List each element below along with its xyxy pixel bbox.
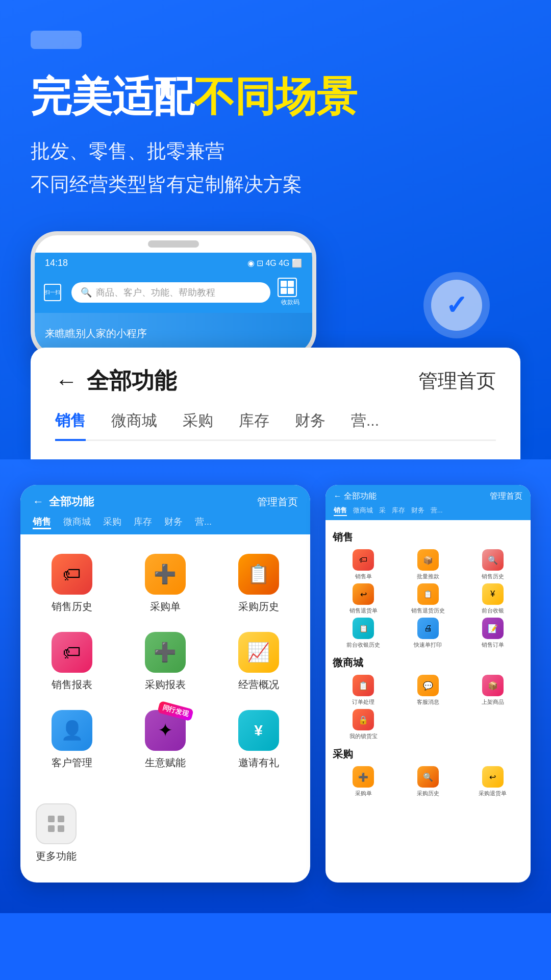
- svg-rect-3: [58, 825, 64, 832]
- mini-saleshistory-icon: 🔍: [482, 549, 504, 571]
- mini-quickprint-icon: 🖨: [417, 618, 439, 639]
- svg-rect-0: [48, 816, 55, 822]
- purchase-history-icon: 📋: [238, 554, 279, 595]
- mini-purorder-icon: ➕: [353, 766, 374, 788]
- main-title: 完美适配不同场景: [31, 75, 520, 119]
- scan-icon: 扫一扫: [44, 284, 64, 301]
- mini-orders-label: 订单处理: [352, 698, 374, 706]
- check-circle: ✓: [423, 272, 490, 338]
- screenshot-right: ← 全部功能 管理首页 销售 微商城 采 库存 财务 营... 销售 🏷 销售单: [325, 485, 531, 883]
- mini-cashier-icon: ¥: [482, 583, 504, 605]
- list-item: 🔍 销售历史: [462, 549, 523, 580]
- scr-right-tab-marketing: 营...: [431, 506, 443, 516]
- list-item: ¥ 前台收银: [462, 583, 523, 615]
- phone-search-bar: 扫一扫 🔍 商品、客户、功能、帮助教程 收款码: [35, 272, 312, 313]
- qr-icon: 收款码: [278, 278, 303, 307]
- banner-text: 来瞧瞧别人家的小程序: [45, 327, 147, 340]
- panel-manage-link[interactable]: 管理首页: [418, 368, 496, 394]
- purchase-report-icon: ➕: [145, 632, 186, 673]
- mini-lockstock-icon: 🔒: [353, 709, 374, 730]
- scr-left-back: ← 全部功能: [33, 494, 94, 509]
- tab-finance[interactable]: 财务: [295, 410, 325, 431]
- scr-right-tabs: 销售 微商城 采 库存 财务 营...: [334, 506, 522, 520]
- scr-left-manage: 管理首页: [257, 495, 298, 509]
- tab-purchase[interactable]: 采购: [183, 410, 213, 431]
- mini-service-icon: 💬: [417, 675, 439, 696]
- svg-rect-2: [48, 825, 55, 832]
- phone-status-bar: 14:18 ◉ ⊡ 4G 4G ⬜: [35, 253, 312, 272]
- scr-left-title: 全部功能: [49, 494, 94, 509]
- bottom-section: ← 全部功能 管理首页 销售 微商城 采购 库存 财务 营... 🏷 销售历史: [0, 459, 551, 913]
- list-item: 📋 销售退货历史: [397, 583, 459, 615]
- tab-inventory[interactable]: 库存: [239, 410, 269, 431]
- customer-mgmt-label: 客户管理: [52, 756, 92, 770]
- list-item: 💬 客服消息: [397, 675, 459, 706]
- mini-sales-icon: 🏷: [353, 549, 374, 571]
- list-item[interactable]: 📈 经营概况: [212, 623, 305, 701]
- status-icons: ◉ ⊡ 4G 4G ⬜: [247, 258, 302, 268]
- sales-report-icon: 🏷: [52, 632, 92, 673]
- tab-sales[interactable]: 销售: [55, 410, 86, 441]
- subtitle-line1: 批发、零售、批零兼营: [31, 135, 520, 168]
- title-white: 完美适配: [31, 74, 194, 119]
- list-item[interactable]: ➕ 采购报表: [119, 623, 212, 701]
- mini-salesorder-icon: 📝: [482, 618, 504, 639]
- list-item: 📦 批量推款: [397, 549, 459, 580]
- business-empower-label: 生意赋能: [145, 756, 186, 770]
- scr-right-back: ← 全部功能: [334, 491, 377, 502]
- mini-purhist-label: 采购历史: [417, 790, 439, 797]
- list-item[interactable]: ✦ 同行发现 生意赋能: [119, 701, 212, 779]
- section-title-sales: 销售: [333, 530, 523, 544]
- mini-salesreturn-label: 销售退货单: [349, 607, 378, 615]
- phone-mockup: 14:18 ◉ ⊡ 4G 4G ⬜ 扫一扫 🔍 商品、客户、功能、帮助教程: [31, 231, 316, 358]
- mini-purorder-label: 采购单: [355, 790, 372, 797]
- icon-grid: 🏷 销售历史 ➕ 采购单 📋 采购历史 🏷 销售报表 ➕ 采购报表 📈: [20, 534, 310, 789]
- mini-saleshistory-label: 销售历史: [482, 573, 504, 580]
- screenshot-left: ← 全部功能 管理首页 销售 微商城 采购 库存 财务 营... 🏷 销售历史: [20, 485, 310, 883]
- back-arrow-icon: ←: [55, 369, 78, 394]
- invite-gift-icon: ¥: [238, 710, 279, 751]
- svg-rect-1: [58, 816, 64, 822]
- list-item: 📋 订单处理: [333, 675, 394, 706]
- scr-tab-finance: 财务: [164, 516, 183, 529]
- scr-left-header: ← 全部功能 管理首页 销售 微商城 采购 库存 财务 营...: [20, 485, 310, 534]
- panel-back-button[interactable]: ← 全部功能: [55, 366, 177, 396]
- business-overview-icon: 📈: [238, 632, 279, 673]
- list-item[interactable]: 🏷 销售报表: [26, 623, 119, 701]
- list-item[interactable]: 👤 客户管理: [26, 701, 119, 779]
- scr-left-back-arrow: ←: [33, 495, 44, 508]
- title-yellow: 不同场景: [194, 74, 357, 119]
- phone-search-input[interactable]: 🔍 商品、客户、功能、帮助教程: [71, 282, 270, 303]
- phone-notch: [148, 240, 199, 248]
- list-item: 🔒 我的锁货宝: [333, 709, 394, 740]
- sales-history-icon: 🏷: [52, 554, 92, 595]
- sales-grid: 🏷 销售单 📦 批量推款 🔍 销售历史 ↩ 销售退货单 📋 销售退货: [333, 549, 523, 649]
- list-item[interactable]: ¥ 邀请有礼: [212, 701, 305, 779]
- mini-purreturn-label: 采购退货单: [479, 790, 507, 797]
- list-item: ➕ 采购单: [333, 766, 394, 797]
- subtitle: 批发、零售、批零兼营 不同经营类型皆有定制解决方案: [31, 135, 520, 201]
- sales-report-label: 销售报表: [52, 678, 92, 692]
- list-item: ↩ 采购退货单: [462, 766, 523, 797]
- top-section: 完美适配不同场景 批发、零售、批零兼营 不同经营类型皆有定制解决方案 14:18…: [0, 0, 551, 459]
- tab-micro-mall[interactable]: 微商城: [111, 410, 157, 431]
- scr-right-tab-sales: 销售: [334, 506, 347, 516]
- scr-right-tab-micro: 微商城: [353, 506, 373, 516]
- list-item[interactable]: 🏷 销售历史: [26, 545, 119, 623]
- mini-cashier-label: 前台收银: [482, 607, 504, 615]
- list-item[interactable]: 📋 采购历史: [212, 545, 305, 623]
- list-item[interactable]: 更多功能: [31, 794, 82, 872]
- micro-grid: 📋 订单处理 💬 客服消息 📦 上架商品 🔒 我的锁货宝: [333, 675, 523, 740]
- mini-salesreturn-icon: ↩: [353, 583, 374, 605]
- status-time: 14:18: [45, 258, 68, 268]
- scr-left-header-top: ← 全部功能 管理首页: [33, 494, 298, 509]
- scr-tab-sales: 销售: [33, 516, 51, 529]
- mini-quickprint-label: 快速单打印: [414, 641, 442, 649]
- mini-orders-icon: 📋: [353, 675, 374, 696]
- mini-salesreturnhist-icon: 📋: [417, 583, 439, 605]
- list-item: 📋 前台收银历史: [333, 618, 394, 649]
- tab-marketing[interactable]: 营...: [351, 410, 379, 431]
- purchase-report-label: 采购报表: [145, 678, 186, 692]
- scr-right-top-row: ← 全部功能 管理首页: [334, 491, 522, 502]
- list-item[interactable]: ➕ 采购单: [119, 545, 212, 623]
